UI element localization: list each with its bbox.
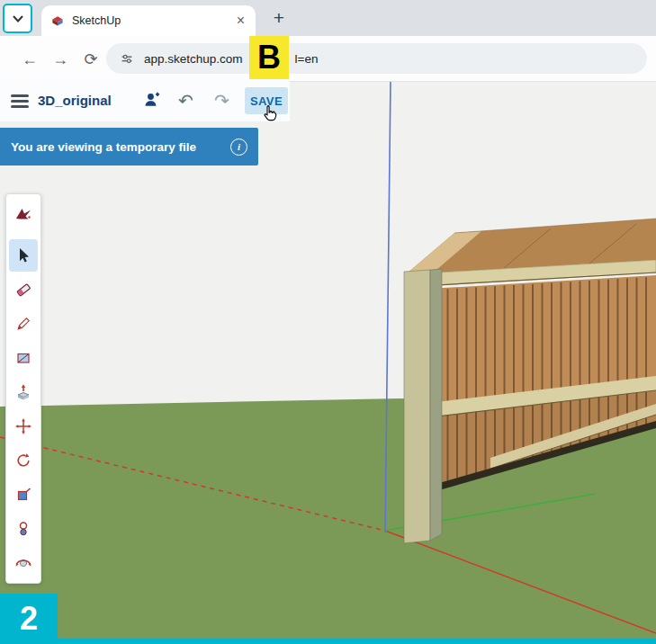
banner-message: You are viewing a temporary file	[11, 140, 230, 154]
temporary-file-banner: You are viewing a temporary file i	[0, 128, 258, 165]
move-icon	[14, 417, 32, 435]
sketchup-favicon	[50, 13, 65, 28]
select-arrow-icon	[14, 246, 32, 264]
account-icon[interactable]	[142, 90, 162, 110]
paint-tool-button[interactable]	[9, 513, 38, 545]
document-title: 3D_original	[38, 93, 112, 108]
address-bar[interactable]: app.sketchup.coml=en	[106, 43, 647, 74]
tab-title: SketchUp	[72, 14, 235, 27]
menu-button[interactable]	[11, 94, 29, 108]
tab-search-button[interactable]	[3, 4, 32, 33]
undo-button[interactable]: ↶	[178, 91, 193, 111]
shapes-tool-button[interactable]	[9, 342, 38, 374]
chevron-down-icon	[12, 14, 24, 23]
pencil-icon	[14, 315, 32, 333]
move-tool-button[interactable]	[9, 410, 38, 443]
forward-button[interactable]: →	[49, 48, 72, 71]
browser-tab-strip: SketchUp × +	[0, 0, 656, 36]
push-pull-icon	[14, 383, 32, 401]
rectangle-shape-icon	[14, 349, 32, 367]
push-pull-tool-button[interactable]	[9, 376, 38, 408]
redo-button[interactable]: ↷	[214, 91, 229, 111]
url-text: app.sketchup.coml=en	[144, 52, 318, 66]
browser-tab[interactable]: SketchUp ×	[41, 5, 256, 36]
site-settings-icon[interactable]	[119, 50, 135, 67]
orbit-tool-button[interactable]	[9, 547, 38, 579]
orbit-icon	[14, 554, 32, 572]
origami-bird-icon	[14, 205, 32, 223]
select-tool-button[interactable]	[9, 239, 38, 272]
step-number-badge: 2	[0, 594, 58, 644]
frame-bottom-strip	[0, 639, 656, 644]
origami-bird-tool-button[interactable]	[9, 198, 38, 230]
rotate-tool-button[interactable]	[9, 444, 38, 477]
paint-icon	[14, 520, 32, 538]
tool-palette	[5, 193, 41, 584]
reload-button[interactable]: ⟳	[79, 48, 103, 71]
hand-cursor-icon	[262, 104, 278, 124]
new-tab-button[interactable]: +	[267, 6, 291, 30]
tape-measure-icon	[14, 486, 32, 504]
info-icon[interactable]: i	[230, 139, 247, 156]
callout-letter-b: B	[249, 36, 289, 79]
back-button[interactable]: ←	[18, 48, 41, 71]
eraser-icon	[14, 281, 32, 299]
corner-post	[404, 270, 430, 543]
pencil-tool-button[interactable]	[9, 308, 38, 340]
tab-close-button[interactable]: ×	[235, 13, 247, 28]
screenshot-page: SketchUp × + ← → ⟳ app.sketchup.coml=en …	[0, 0, 656, 644]
tape-measure-tool-button[interactable]	[9, 479, 38, 511]
eraser-tool-button[interactable]	[9, 273, 38, 306]
rotate-icon	[14, 452, 32, 470]
